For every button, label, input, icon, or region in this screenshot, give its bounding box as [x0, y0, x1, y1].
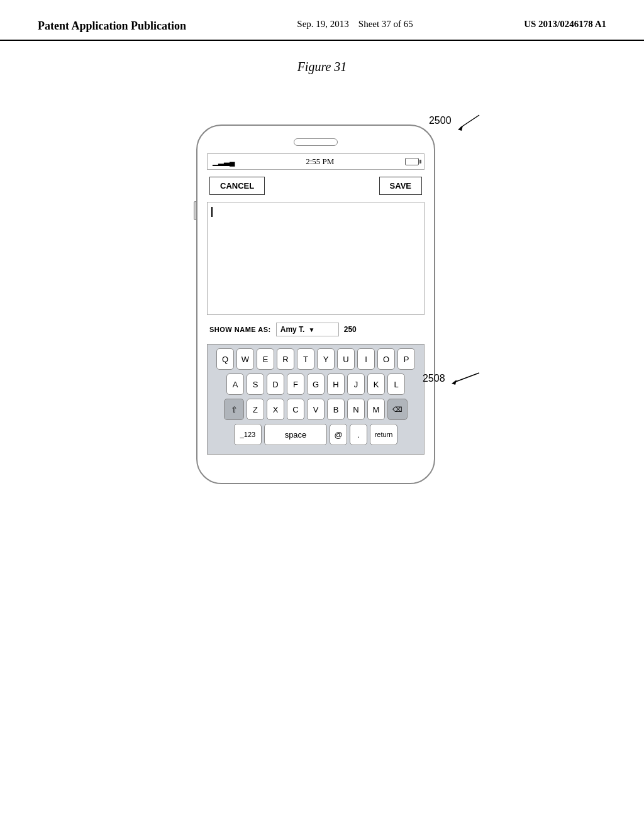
key-v[interactable]: V: [307, 399, 325, 420]
key-at[interactable]: @: [330, 424, 347, 445]
key-space[interactable]: space: [264, 424, 327, 445]
save-button[interactable]: SAVE: [379, 177, 422, 195]
key-m[interactable]: M: [367, 399, 385, 420]
show-name-row: SHOW NAME AS: Amy T. ▼ 250: [207, 319, 425, 340]
content-area: ▁▂▃▄ 2:55 PM CANCEL SAVE SHOW NAME AS: A…: [0, 87, 644, 484]
action-bar: CANCEL SAVE: [207, 174, 425, 198]
status-time: 2:55 PM: [306, 157, 334, 167]
signal-icon: ▁▂▃▄: [213, 157, 235, 167]
key-w[interactable]: W: [236, 348, 254, 370]
key-n[interactable]: N: [347, 399, 365, 420]
text-cursor: [211, 207, 213, 217]
key-q[interactable]: Q: [216, 348, 234, 370]
key-a[interactable]: A: [226, 374, 244, 395]
text-input-area[interactable]: [207, 202, 425, 315]
ref-2508: 2508: [423, 370, 486, 389]
show-name-dropdown[interactable]: Amy T. ▼: [276, 323, 339, 336]
svg-line-2: [454, 373, 479, 382]
key-c[interactable]: C: [287, 399, 304, 420]
ref-2500: 2500: [429, 112, 486, 131]
figure-label: Figure 31: [0, 60, 644, 74]
key-r[interactable]: R: [277, 348, 294, 370]
keyboard-row-4: _123 space @ . return: [210, 424, 421, 445]
status-bar: ▁▂▃▄ 2:55 PM: [207, 153, 425, 170]
patent-title: Patent Application Publication: [38, 19, 186, 33]
patent-date: Sep. 19, 2013: [297, 19, 349, 29]
key-s[interactable]: S: [247, 374, 264, 395]
show-name-counter: 250: [344, 325, 357, 334]
svg-marker-1: [458, 126, 463, 131]
keyboard-row-1: Q W E R T Y U I O P: [210, 348, 421, 370]
patent-meta: Sep. 19, 2013 Sheet 37 of 65: [297, 19, 413, 30]
key-shift[interactable]: ⇧: [224, 399, 244, 420]
key-f[interactable]: F: [287, 374, 304, 395]
key-h[interactable]: H: [327, 374, 345, 395]
battery-icon: [405, 158, 419, 165]
key-l[interactable]: L: [387, 374, 405, 395]
key-e[interactable]: E: [257, 348, 274, 370]
key-z[interactable]: Z: [247, 399, 264, 420]
phone-bottom: [207, 455, 425, 473]
side-button: [194, 201, 197, 220]
key-y[interactable]: Y: [317, 348, 335, 370]
svg-line-0: [460, 115, 479, 128]
dropdown-arrow-icon: ▼: [308, 326, 314, 333]
cancel-button[interactable]: CANCEL: [209, 177, 265, 195]
key-g[interactable]: G: [307, 374, 325, 395]
key-numbers[interactable]: _123: [234, 424, 262, 445]
key-o[interactable]: O: [377, 348, 395, 370]
show-name-value: Amy T.: [280, 325, 305, 334]
keyboard: Q W E R T Y U I O P A S D F G: [207, 344, 425, 455]
show-name-label: SHOW NAME AS:: [209, 326, 271, 333]
key-u[interactable]: U: [337, 348, 355, 370]
key-period[interactable]: .: [350, 424, 367, 445]
key-x[interactable]: X: [267, 399, 284, 420]
phone-mockup: ▁▂▃▄ 2:55 PM CANCEL SAVE SHOW NAME AS: A…: [196, 124, 435, 484]
key-p[interactable]: P: [397, 348, 415, 370]
key-j[interactable]: J: [347, 374, 365, 395]
key-delete[interactable]: ⌫: [387, 399, 408, 420]
phone-speaker: [294, 138, 338, 146]
key-t[interactable]: T: [297, 348, 314, 370]
key-k[interactable]: K: [367, 374, 385, 395]
key-i[interactable]: I: [357, 348, 375, 370]
patent-header: Patent Application Publication Sep. 19, …: [0, 0, 644, 41]
patent-sheet: Sheet 37 of 65: [358, 19, 413, 29]
key-d[interactable]: D: [267, 374, 284, 395]
key-b[interactable]: B: [327, 399, 345, 420]
key-return[interactable]: return: [370, 424, 397, 445]
patent-number: US 2013/0246178 A1: [524, 19, 606, 30]
keyboard-row-3: ⇧ Z X C V B N M ⌫: [210, 399, 421, 420]
keyboard-row-2: A S D F G H J K L: [210, 374, 421, 395]
svg-marker-3: [452, 380, 457, 385]
